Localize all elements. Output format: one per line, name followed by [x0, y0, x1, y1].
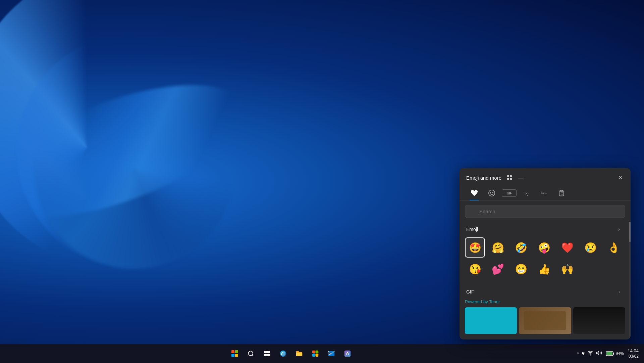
- panel-header-icons: —: [505, 173, 526, 182]
- emoji-section-header: Emoji ›: [465, 222, 625, 237]
- svg-marker-27: [597, 351, 599, 355]
- search-area: [460, 201, 631, 222]
- emoji-item-hugging[interactable]: 🤗: [488, 237, 508, 258]
- windows-logo-icon: [231, 350, 238, 357]
- emoji-section-arrow[interactable]: ›: [614, 225, 624, 234]
- gif-thumb-3[interactable]: [573, 307, 625, 334]
- tray-wifi-icon[interactable]: [587, 350, 593, 357]
- svg-point-10: [249, 351, 253, 356]
- taskbar-search-button[interactable]: [244, 346, 258, 361]
- svg-rect-19: [316, 351, 319, 354]
- minimize-icon[interactable]: —: [516, 173, 526, 182]
- panel-title-area: Emoji and more —: [466, 173, 526, 182]
- taskbar-task-view-button[interactable]: [260, 346, 274, 361]
- taskbar-start-button[interactable]: [227, 346, 242, 361]
- emoji-item-sad[interactable]: 😢: [580, 237, 600, 258]
- svg-rect-17: [296, 353, 302, 356]
- gif-thumb-2[interactable]: [519, 307, 571, 334]
- scrollbar-track[interactable]: [629, 222, 631, 339]
- tab-recents[interactable]: [466, 186, 482, 200]
- clock-area[interactable]: 14:04 03/02: [628, 348, 639, 359]
- emoji-item-grinning[interactable]: 😁: [511, 259, 531, 279]
- emoji-section-title: Emoji: [466, 227, 478, 232]
- emoji-item-ok[interactable]: 👌: [603, 237, 624, 258]
- taskbar-explorer-button[interactable]: [292, 346, 307, 361]
- svg-rect-18: [312, 351, 315, 354]
- emoji-item-zany[interactable]: 🤪: [534, 237, 554, 258]
- scrollbar-thumb[interactable]: [629, 222, 631, 242]
- svg-rect-21: [316, 354, 319, 357]
- tray-heart-icon[interactable]: ♥: [582, 351, 585, 357]
- tab-clipboard[interactable]: [553, 186, 570, 200]
- taskbar-edge-button[interactable]: [276, 346, 290, 361]
- taskbar-outlook-button[interactable]: Ol: [324, 346, 339, 361]
- gif-section-title: GIF: [466, 289, 474, 294]
- emoji-grid: 🤩 🤗 🤣 🤪 ❤️ 😢 👌 😘 💕 😁 👍 🙌: [465, 237, 625, 279]
- emoji-item-two-hearts[interactable]: 💕: [488, 259, 508, 279]
- taskbar-icons: Ol: [5, 346, 577, 361]
- emoji-item-heart-eyes[interactable]: 🤩: [465, 237, 485, 258]
- svg-point-5: [490, 192, 491, 193]
- gif-thumb-1[interactable]: [465, 307, 517, 334]
- svg-rect-13: [267, 351, 270, 353]
- taskbar-store-button[interactable]: [308, 346, 323, 361]
- panel-content: Emoji › 🤩 🤗 🤣 🤪 ❤️ 😢 👌 😘 💕 😁 👍 🙌: [460, 222, 631, 339]
- search-wrapper: [465, 205, 625, 218]
- gif-section-header: GIF ›: [465, 284, 625, 299]
- svg-rect-7: [560, 190, 563, 191]
- svg-rect-30: [607, 352, 613, 355]
- svg-rect-2: [507, 178, 509, 180]
- svg-rect-12: [264, 351, 267, 353]
- emoji-item-raised-hands[interactable]: 🙌: [557, 259, 577, 279]
- gif-section-arrow[interactable]: ›: [614, 287, 624, 297]
- svg-rect-3: [510, 178, 512, 180]
- gif-tab-label: GIF: [506, 191, 512, 195]
- svg-rect-15: [267, 354, 270, 356]
- close-button[interactable]: ×: [616, 173, 625, 182]
- svg-rect-14: [264, 354, 267, 356]
- emoji-item-kiss[interactable]: 😘: [465, 259, 485, 279]
- battery-percentage: 94%: [615, 351, 624, 356]
- svg-point-4: [489, 190, 495, 196]
- panel-header: Emoji and more — ×: [460, 168, 631, 186]
- svg-rect-0: [507, 175, 509, 177]
- desktop: Emoji and more — ×: [0, 0, 644, 363]
- apps-icon[interactable]: [505, 173, 514, 182]
- taskbar-tray: ^ ♥: [577, 346, 639, 361]
- tab-symbols[interactable]: ✂+: [536, 186, 552, 200]
- svg-rect-1: [510, 175, 512, 177]
- gif-powered-by: Powered by Tenor: [465, 299, 625, 305]
- svg-text:Ol: Ol: [329, 353, 331, 355]
- emoji-item-heart[interactable]: ❤️: [557, 237, 577, 258]
- clock-time: 14:04: [628, 348, 639, 354]
- tab-kaomoji[interactable]: ;-): [519, 186, 535, 200]
- clock-date: 03/02: [628, 354, 639, 359]
- panel-title: Emoji and more: [466, 175, 501, 181]
- taskbar-paint-button[interactable]: [340, 346, 355, 361]
- tray-sound-icon[interactable]: [596, 350, 602, 357]
- emoji-item-rofl[interactable]: 🤣: [511, 237, 531, 258]
- emoji-item-thumbsup[interactable]: 👍: [534, 259, 554, 279]
- tab-gif[interactable]: GIF: [502, 189, 517, 197]
- svg-point-6: [492, 192, 493, 193]
- gif-preview-row: [465, 307, 625, 334]
- tray-battery-area[interactable]: 94%: [605, 346, 625, 361]
- svg-rect-20: [312, 354, 315, 357]
- svg-point-26: [590, 355, 591, 355]
- emoji-picker-panel: Emoji and more — ×: [460, 168, 631, 339]
- svg-line-11: [252, 355, 254, 356]
- svg-rect-29: [613, 353, 614, 355]
- emoji-search-input[interactable]: [465, 205, 625, 218]
- tab-emoji[interactable]: [484, 186, 500, 200]
- tray-chevron[interactable]: ^: [577, 351, 579, 356]
- taskbar: Ol ^: [0, 344, 644, 363]
- tab-bar: GIF ;-) ✂+: [460, 186, 631, 201]
